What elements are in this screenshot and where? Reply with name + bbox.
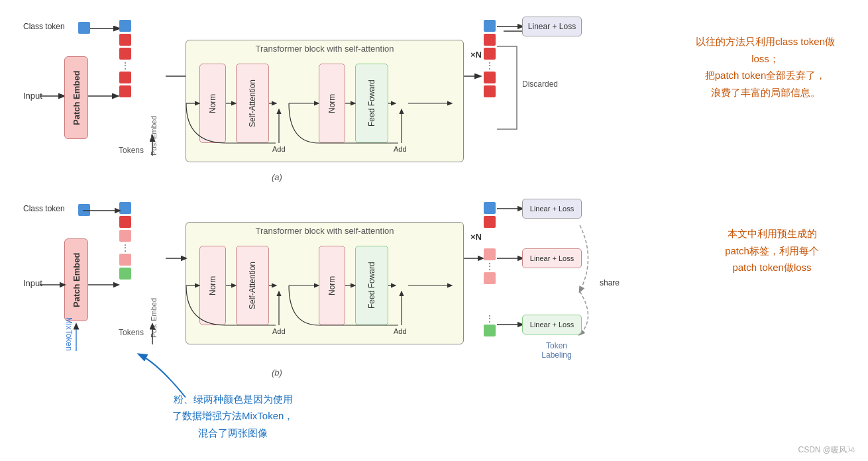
main-container: Class token Input Patch Embed ⋮ Tokens P… bbox=[0, 0, 868, 461]
annotation-a: 以往的方法只利用class token做loss； 把patch token全部… bbox=[682, 33, 848, 101]
token-labeling: TokenLabeling bbox=[523, 341, 590, 360]
out-token-col-b2: ⋮ bbox=[484, 248, 496, 284]
input-label-a: Input bbox=[23, 91, 42, 101]
transformer-box-a: Transformer block with self-attention No… bbox=[186, 40, 464, 162]
linear-loss-b3: Linear + Loss bbox=[522, 315, 582, 334]
diagram-a: Class token Input Patch Embed ⋮ Tokens P… bbox=[20, 10, 563, 182]
tokens-label-b: Tokens bbox=[118, 328, 144, 337]
class-token-label-b: Class token bbox=[23, 204, 65, 213]
pos-embed-a: Pos. Embed bbox=[150, 116, 158, 156]
internal-arrows-b bbox=[186, 223, 463, 344]
b-out-blue bbox=[484, 202, 496, 214]
annotation-b: 本文中利用预生成的 patch标签，利用每个 patch token做loss bbox=[696, 225, 848, 276]
linear-loss-a: Linear + Loss bbox=[522, 17, 582, 36]
b-token-pink2 bbox=[119, 254, 131, 266]
output-token-col-a: ⋮ bbox=[484, 20, 496, 97]
tokens-label-a: Tokens bbox=[118, 146, 144, 155]
input-token-col-b: ⋮ bbox=[119, 202, 131, 280]
times-n-b: ×N bbox=[470, 232, 482, 242]
discarded-label-a: Discarded bbox=[522, 79, 558, 89]
bottom-arrow-svg bbox=[119, 351, 199, 404]
linear-loss-b1: Linear + Loss bbox=[522, 199, 582, 219]
share-label: share bbox=[600, 278, 620, 287]
mixtoken-label: MixToken bbox=[64, 317, 74, 351]
b-out-pink2 bbox=[484, 272, 496, 284]
b-out-green bbox=[484, 325, 496, 336]
pos-embed-b: Pos. Embed bbox=[150, 298, 158, 338]
class-token-square-b bbox=[78, 204, 90, 216]
times-n-a: ×N bbox=[470, 50, 482, 60]
token-red3-a bbox=[119, 72, 131, 83]
internal-arrows-a bbox=[186, 40, 463, 162]
token-red1-a bbox=[119, 34, 131, 46]
out-token-red1-a bbox=[484, 34, 496, 46]
input-label-b: Input bbox=[23, 278, 42, 288]
caption-a: (a) bbox=[272, 172, 282, 182]
out-token-red2-a bbox=[484, 48, 496, 60]
patch-embed-b: Patch Embed bbox=[64, 238, 88, 321]
token-red2-a bbox=[119, 48, 131, 60]
out-token-red3-a bbox=[484, 72, 496, 83]
b-token-green bbox=[119, 268, 131, 280]
token-red4-a bbox=[119, 85, 131, 97]
out-token-blue-a bbox=[484, 20, 496, 32]
class-token-label-a: Class token bbox=[23, 22, 65, 31]
b-token-red1 bbox=[119, 216, 131, 228]
annotation-bottom: 粉、绿两种颜色是因为使用 了数据增强方法MixToken， 混合了两张图像 bbox=[172, 391, 294, 442]
out-token-col-b3: ⋮ bbox=[484, 315, 496, 336]
out-token-col-b1 bbox=[484, 202, 496, 228]
input-token-col-a: ⋮ bbox=[119, 20, 131, 97]
linear-loss-b2: Linear + Loss bbox=[522, 248, 582, 268]
b-out-red bbox=[484, 216, 496, 228]
transformer-box-b: Transformer block with self-attention No… bbox=[186, 222, 464, 344]
caption-b: (b) bbox=[272, 368, 282, 378]
b-out-pink1 bbox=[484, 248, 496, 260]
b-token-blue bbox=[119, 202, 131, 214]
patch-embed-a: Patch Embed bbox=[64, 56, 88, 139]
diagram-b: Class token Input Patch Embed MixToken ⋮… bbox=[20, 192, 563, 378]
watermark: CSDN @暖风🌬 bbox=[798, 444, 855, 456]
token-blue-a bbox=[119, 20, 131, 32]
out-token-red4-a bbox=[484, 85, 496, 97]
class-token-square-a bbox=[78, 22, 90, 34]
b-token-pink bbox=[119, 230, 131, 242]
